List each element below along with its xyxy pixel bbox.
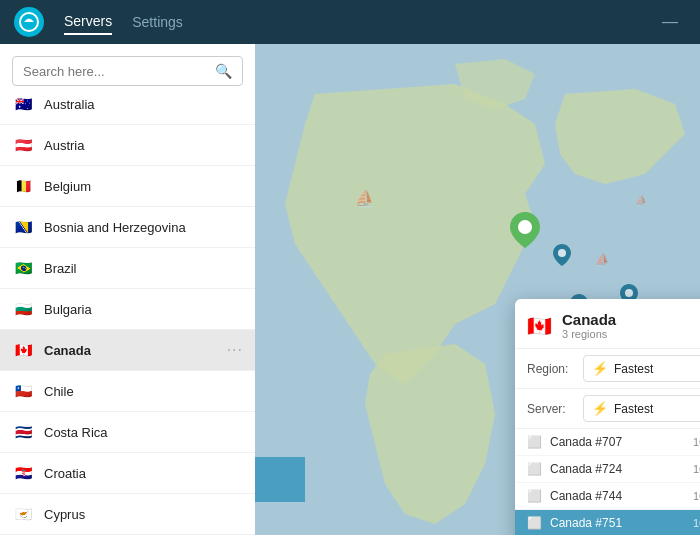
region-bolt-icon: ⚡ [592, 361, 608, 376]
country-item-cyprus[interactable]: 🇨🇾Cyprus [0, 494, 255, 535]
flag-austria: 🇦🇹 [12, 134, 34, 156]
main-layout: 🔍 🇦🇺Australia🇦🇹Austria🇧🇪Belgium🇧🇦Bosnia … [0, 44, 700, 535]
svg-text:⛵: ⛵ [355, 189, 375, 208]
flag-costa-rica: 🇨🇷 [12, 421, 34, 443]
country-name-brazil: Brazil [44, 261, 243, 276]
flag-cyprus: 🇨🇾 [12, 503, 34, 525]
flag-bulgaria: 🇧🇬 [12, 298, 34, 320]
server-name: Canada #707 [550, 435, 685, 449]
popup-header: 🇨🇦 Canada 3 regions ✕ [515, 299, 700, 349]
app-logo [14, 7, 44, 37]
flag-croatia: 🇭🇷 [12, 462, 34, 484]
flag-brazil: 🇧🇷 [12, 257, 34, 279]
country-name-canada: Canada [44, 343, 217, 358]
region-select[interactable]: ⚡ Fastest ∨ [583, 355, 700, 382]
server-row: Server: ⚡ Fastest ∨ [515, 389, 700, 429]
country-name-croatia: Croatia [44, 466, 243, 481]
nav-settings[interactable]: Settings [132, 10, 183, 34]
server-list-item-0[interactable]: ⬜Canada #70716%♡ [515, 429, 700, 456]
server-device-icon: ⬜ [527, 435, 542, 449]
country-item-chile[interactable]: 🇨🇱Chile [0, 371, 255, 412]
server-device-icon: ⬜ [527, 462, 542, 476]
popup-flag: 🇨🇦 [527, 314, 552, 338]
nav-servers[interactable]: Servers [64, 9, 112, 35]
search-icon: 🔍 [215, 63, 232, 79]
country-name-bulgaria: Bulgaria [44, 302, 243, 317]
svg-point-6 [558, 249, 566, 257]
country-item-belgium[interactable]: 🇧🇪Belgium [0, 166, 255, 207]
search-box[interactable]: 🔍 [12, 56, 243, 86]
server-select[interactable]: ⚡ Fastest ∨ [583, 395, 700, 422]
svg-text:⛵: ⛵ [595, 252, 610, 267]
sidebar: 🔍 🇦🇺Australia🇦🇹Austria🇧🇪Belgium🇧🇦Bosnia … [0, 44, 255, 535]
flag-canada: 🇨🇦 [12, 339, 34, 361]
country-item-bosnia[interactable]: 🇧🇦Bosnia and Herzegovina [0, 207, 255, 248]
region-row: Region: ⚡ Fastest ∨ [515, 349, 700, 389]
region-value: Fastest [614, 362, 700, 376]
server-list-item-1[interactable]: ⬜Canada #72416%♡ [515, 456, 700, 483]
server-device-icon: ⬜ [527, 489, 542, 503]
server-list-item-2[interactable]: ⬜Canada #74416%♡ [515, 483, 700, 510]
country-list: 🇦🇺Australia🇦🇹Austria🇧🇪Belgium🇧🇦Bosnia an… [0, 94, 255, 535]
popup-regions: 3 regions [562, 328, 700, 340]
map-pin-1 [553, 244, 571, 270]
country-item-costa-rica[interactable]: 🇨🇷Costa Rica [0, 412, 255, 453]
country-item-brazil[interactable]: 🇧🇷Brazil [0, 248, 255, 289]
top-nav: Servers Settings — [0, 0, 700, 44]
server-bolt-icon: ⚡ [592, 401, 608, 416]
canada-map-pin[interactable] [510, 212, 540, 252]
country-block [255, 457, 305, 502]
country-name-chile: Chile [44, 384, 243, 399]
server-load: 16% [693, 517, 700, 529]
country-item-australia[interactable]: 🇦🇺Australia [0, 94, 255, 125]
server-name: Canada #751 [550, 516, 685, 530]
country-item-canada[interactable]: 🇨🇦Canada··· [0, 330, 255, 371]
svg-point-10 [625, 289, 633, 297]
country-name-bosnia: Bosnia and Herzegovina [44, 220, 243, 235]
server-value: Fastest [614, 402, 700, 416]
server-label: Server: [527, 402, 575, 416]
server-load: 16% [693, 436, 700, 448]
canada-popup: 🇨🇦 Canada 3 regions ✕ Region: ⚡ Fastest … [515, 299, 700, 535]
more-dots-canada[interactable]: ··· [227, 341, 243, 359]
flag-australia: 🇦🇺 [12, 94, 34, 115]
server-name: Canada #724 [550, 462, 685, 476]
country-name-belgium: Belgium [44, 179, 243, 194]
popup-country-title: Canada [562, 311, 700, 328]
server-load: 16% [693, 490, 700, 502]
server-list-item-3[interactable]: ⬜Canada #75116%♡ [515, 510, 700, 535]
flag-bosnia: 🇧🇦 [12, 216, 34, 238]
server-device-icon: ⬜ [527, 516, 542, 530]
country-name-costa-rica: Costa Rica [44, 425, 243, 440]
svg-text:⛵: ⛵ [635, 194, 648, 207]
server-load: 16% [693, 463, 700, 475]
popup-title-block: Canada 3 regions [562, 311, 700, 340]
country-name-cyprus: Cyprus [44, 507, 243, 522]
server-list: ⬜Canada #70716%♡⬜Canada #72416%♡⬜Canada … [515, 429, 700, 535]
country-item-bulgaria[interactable]: 🇧🇬Bulgaria [0, 289, 255, 330]
map-area: ⛵ ⛵ ⛵ [255, 44, 700, 535]
search-input[interactable] [23, 64, 215, 79]
flag-belgium: 🇧🇪 [12, 175, 34, 197]
minimize-button[interactable]: — [654, 9, 686, 35]
flag-chile: 🇨🇱 [12, 380, 34, 402]
country-item-croatia[interactable]: 🇭🇷Croatia [0, 453, 255, 494]
svg-point-5 [518, 220, 532, 234]
country-item-austria[interactable]: 🇦🇹Austria [0, 125, 255, 166]
server-name: Canada #744 [550, 489, 685, 503]
country-name-austria: Austria [44, 138, 243, 153]
country-name-australia: Australia [44, 97, 243, 112]
region-label: Region: [527, 362, 575, 376]
